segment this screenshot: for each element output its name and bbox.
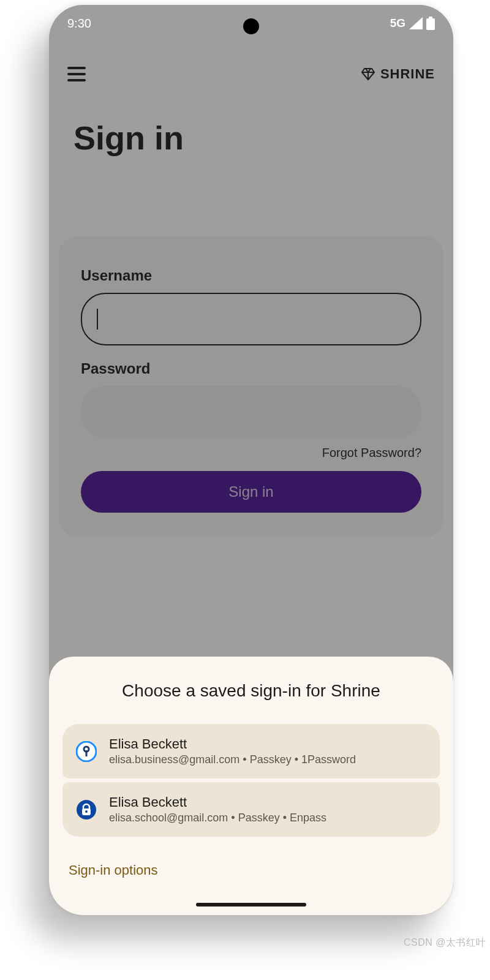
credential-list: Elisa Beckett elisa.business@gmail.com •…	[62, 724, 440, 837]
network-label: 5G	[390, 17, 405, 30]
credential-detail: elisa.school@gmail.com • Passkey • Enpas…	[109, 812, 326, 824]
1password-icon	[76, 741, 97, 762]
svg-rect-4	[86, 750, 88, 756]
credential-detail: elisa.business@gmail.com • Passkey • 1Pa…	[109, 753, 356, 766]
camera-hole	[243, 18, 259, 34]
signal-icon	[409, 17, 423, 29]
status-icons: 5G	[390, 17, 435, 30]
credential-name: Elisa Beckett	[109, 794, 326, 810]
signin-options-button[interactable]: Sign-in options	[62, 862, 440, 878]
phone-frame: SHRINE Sign in Username Password Forgot …	[49, 5, 453, 915]
enpass-icon	[76, 799, 97, 820]
navigation-bar-handle[interactable]	[196, 903, 306, 907]
svg-rect-0	[426, 18, 435, 30]
watermark: CSDN @太书红叶	[404, 937, 486, 949]
credential-item[interactable]: Elisa Beckett elisa.school@gmail.com • P…	[62, 782, 440, 837]
battery-icon	[426, 17, 435, 30]
svg-rect-1	[429, 17, 432, 18]
credential-item[interactable]: Elisa Beckett elisa.business@gmail.com •…	[62, 724, 440, 778]
credential-bottom-sheet: Choose a saved sign-in for Shrine Elisa …	[49, 657, 453, 915]
credential-name: Elisa Beckett	[109, 736, 356, 752]
sheet-title: Choose a saved sign-in for Shrine	[62, 680, 440, 702]
status-time: 9:30	[67, 17, 91, 31]
svg-point-7	[85, 810, 88, 813]
